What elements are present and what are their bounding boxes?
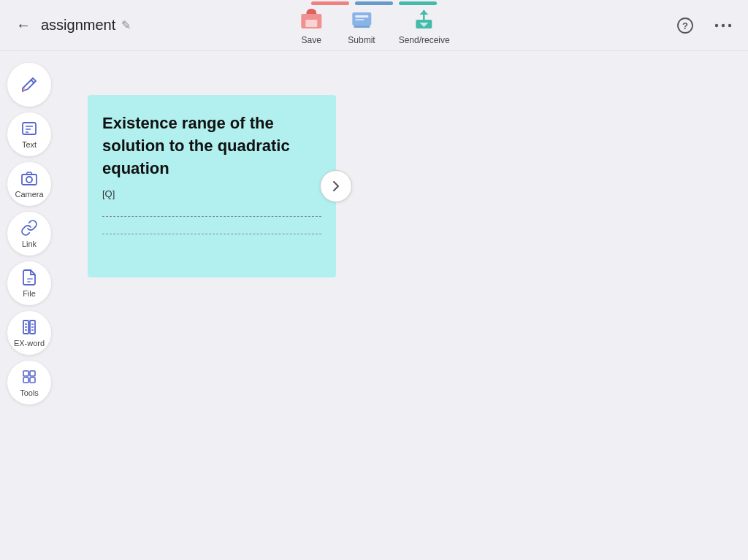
question-card: Existence range of the solution to the q… [88, 95, 336, 277]
answer-area[interactable] [102, 205, 321, 234]
main-content: Existence range of the solution to the q… [58, 51, 748, 560]
indicator-save [311, 1, 349, 5]
answer-line-1 [102, 205, 321, 217]
svg-rect-5 [354, 26, 370, 28]
sidebar-file-label: File [23, 289, 36, 298]
svg-rect-3 [355, 15, 368, 18]
sidebar: Text Camera Link File [0, 51, 58, 560]
sidebar-item-exword[interactable]: EX-word [7, 311, 51, 355]
page-title: assignment [41, 17, 115, 34]
sendreceive-label: Send/receive [399, 35, 450, 45]
top-bar-right: ? [672, 12, 736, 39]
svg-point-15 [26, 177, 32, 183]
svg-point-12 [23, 88, 26, 91]
question-title: Existence range of the solution to the q… [102, 112, 321, 180]
toolbar: Save Submit [298, 6, 449, 45]
answer-line-2 [102, 223, 321, 234]
sidebar-exword-label: EX-word [14, 339, 45, 348]
next-arrow-button[interactable] [320, 170, 352, 202]
submit-button[interactable]: Submit [348, 6, 375, 45]
top-indicators [311, 0, 437, 5]
save-icon [298, 6, 324, 32]
svg-rect-17 [27, 281, 31, 283]
submit-icon [348, 6, 375, 32]
svg-point-11 [728, 23, 731, 26]
sidebar-item-pen[interactable] [7, 63, 51, 107]
svg-text:?: ? [682, 20, 688, 31]
sendreceive-icon [411, 6, 438, 32]
sidebar-item-link[interactable]: Link [7, 212, 51, 256]
svg-point-9 [715, 23, 718, 26]
svg-rect-21 [30, 371, 35, 376]
svg-rect-1 [305, 20, 317, 27]
top-bar: ← assignment ✎ Save [0, 0, 748, 51]
svg-point-10 [722, 23, 725, 26]
svg-rect-20 [23, 371, 28, 376]
sidebar-item-file[interactable]: File [7, 261, 51, 305]
question-label: [Q] [102, 188, 321, 199]
sidebar-item-camera[interactable]: Camera [7, 162, 51, 206]
svg-rect-4 [355, 19, 364, 20]
sidebar-item-text[interactable]: Text [7, 112, 51, 156]
sidebar-item-tools[interactable]: Tools [7, 361, 51, 404]
submit-label: Submit [348, 35, 375, 45]
indicator-send [399, 1, 437, 5]
indicator-submit [355, 1, 393, 5]
svg-rect-13 [23, 123, 36, 134]
sendreceive-button[interactable]: Send/receive [399, 6, 450, 45]
save-label: Save [302, 35, 321, 45]
back-button[interactable]: ← [12, 14, 35, 37]
save-button[interactable]: Save [298, 6, 324, 45]
sidebar-link-label: Link [22, 239, 37, 248]
help-button[interactable]: ? [672, 12, 698, 39]
sidebar-camera-label: Camera [15, 190, 43, 199]
sidebar-tools-label: Tools [20, 388, 39, 397]
svg-rect-16 [27, 278, 33, 280]
more-button[interactable] [710, 12, 736, 39]
svg-rect-23 [30, 377, 35, 383]
svg-rect-22 [23, 377, 28, 383]
sidebar-text-label: Text [22, 140, 37, 149]
edit-icon[interactable]: ✎ [121, 18, 131, 32]
